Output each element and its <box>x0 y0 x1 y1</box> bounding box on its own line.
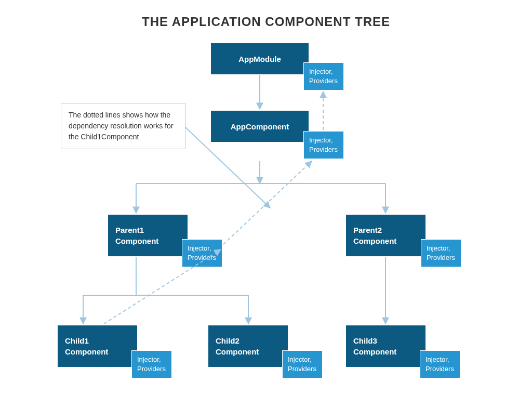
node-label: AppComponent <box>231 121 289 132</box>
node-label: Child3 Component <box>353 335 396 357</box>
node-app-component: AppComponent <box>210 110 309 142</box>
badge-child1: Injector, Providers <box>131 350 172 378</box>
edge-dep-parent1-to-appcomponent <box>223 161 312 244</box>
node-label: Child2 Component <box>216 335 259 357</box>
badge-child3: Injector, Providers <box>420 350 460 378</box>
node-parent1: Parent1 Component <box>108 214 188 257</box>
node-label: AppModule <box>238 54 281 64</box>
node-child1: Child1 Component <box>57 325 138 368</box>
explanation-note: The dotted lines shows how the dependenc… <box>61 103 185 149</box>
node-app-module: AppModule <box>210 43 309 75</box>
node-label: Parent1 Component <box>115 225 158 246</box>
badge-parent1: Injector, Providers <box>182 239 222 267</box>
badge-child2: Injector, Providers <box>282 350 323 378</box>
node-label: Parent2 Component <box>353 225 396 246</box>
badge-app-module: Injector, Providers <box>303 62 344 90</box>
node-child2: Child2 Component <box>208 325 288 368</box>
node-parent2: Parent2 Component <box>345 214 426 257</box>
node-label: Child1 Component <box>65 335 108 357</box>
badge-parent2: Injector, Providers <box>421 239 461 267</box>
node-child3: Child3 Component <box>345 325 426 368</box>
diagram-title: THE APPLICATION COMPONENT TREE <box>0 15 532 29</box>
badge-app-component: Injector, Providers <box>303 131 344 159</box>
